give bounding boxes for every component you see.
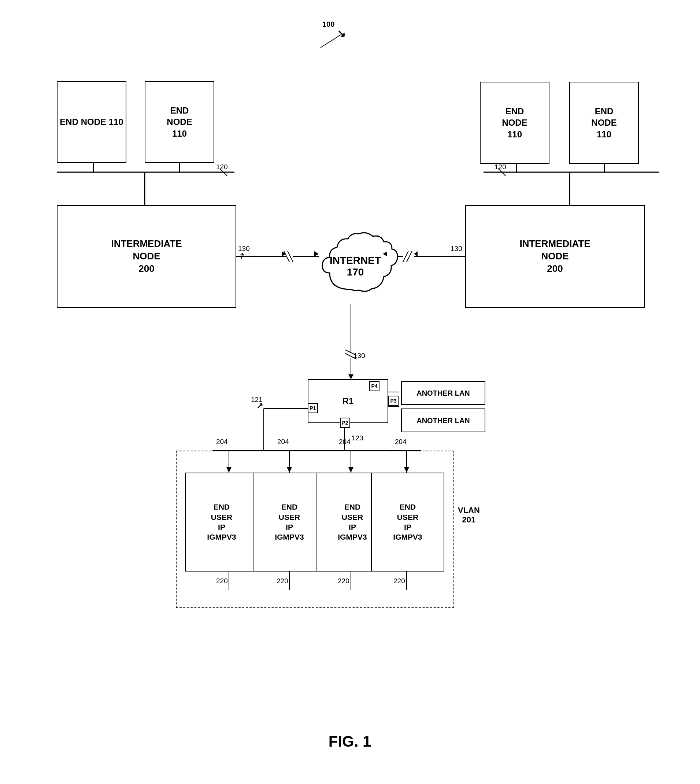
intermediate-node-right: INTERMEDIATENODE200 [465,205,645,308]
ref-120-left: 120 [216,163,228,171]
port-p3: P3 [388,396,398,406]
end-user-4: ENDUSERIPIGMPV3 [371,473,444,572]
diagram-container: 100 ↘ END NODE 110 ENDNODE110 ENDNODE110… [0,0,700,784]
ref-204-4: 204 [395,438,407,446]
end-user-1: ENDUSERIPIGMPV3 [185,473,258,572]
end-node-3: ENDNODE110 [480,82,550,164]
ref-100-label: 100 [322,20,335,28]
port-p4: P4 [369,381,380,391]
ref-204-1: 204 [216,438,228,446]
ref-120-right: 120 [495,163,506,171]
end-node-2: ENDNODE110 [145,81,214,163]
ref-220-1: 220 [216,577,228,585]
ref-121-arrow: ↗ [257,401,263,411]
ref-204-2: 204 [277,438,289,446]
figure-label: FIG. 1 [297,733,403,750]
end-node-4: ENDNODE110 [569,82,639,164]
ref-130-bottom: 130 [353,352,365,360]
ref-130-right: 130 [450,245,462,253]
intermediate-node-left: INTERMEDIATENODE200 [57,205,236,308]
ref-220-2: 220 [277,577,288,585]
vlan-label: VLAN201 [458,505,480,525]
ref-204-3: 204 [339,438,350,446]
port-p1: P1 [308,403,318,413]
port-p2: P2 [340,418,350,428]
ref-100-arrow: ↘ [337,27,345,40]
end-node-1: END NODE 110 [57,81,127,163]
another-lan-1: ANOTHER LAN [401,381,485,405]
ref-123: 123 [352,434,363,442]
ref-220-3: 220 [338,577,350,585]
internet-label: INTERNET170 [328,255,383,278]
ref-220-4: 220 [393,577,405,585]
end-user-2: ENDUSERIPIGMPV3 [253,473,326,572]
another-lan-2: ANOTHER LAN [401,409,485,432]
